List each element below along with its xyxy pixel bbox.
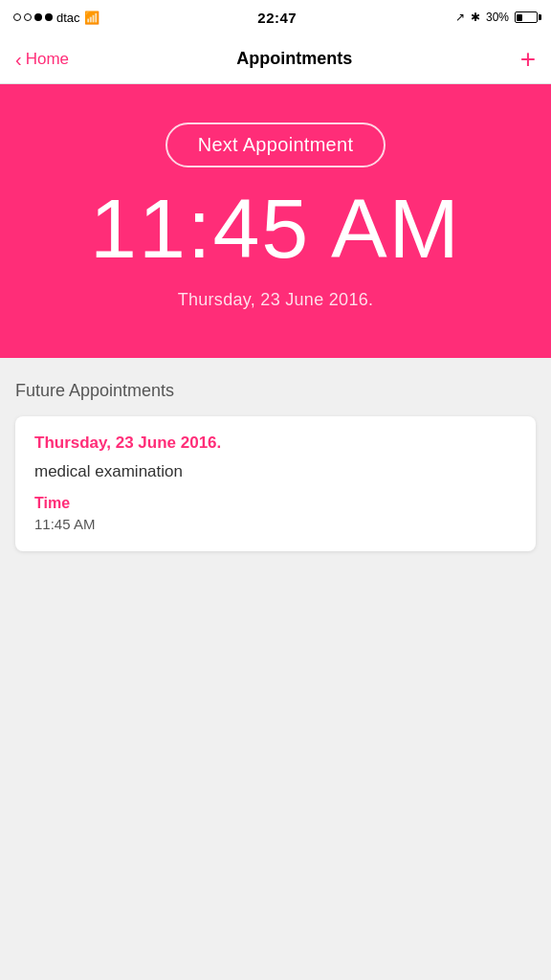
status-left: dtac 📶 [13,11,99,25]
card-time-value: 11:45 AM [34,516,517,532]
card-date: Thursday, 23 June 2016. [34,434,517,453]
back-button[interactable]: ‹ Home [15,50,69,69]
appointment-date: Thursday, 23 June 2016. [178,290,374,310]
appointment-card[interactable]: Thursday, 23 June 2016. medical examinat… [15,416,536,551]
dot-3 [34,13,42,21]
page-title: Appointments [236,49,352,69]
badge-label: Next Appointment [198,134,354,155]
section-title: Future Appointments [15,381,536,401]
dot-4 [45,13,53,21]
battery-fill [517,14,522,21]
battery-body [515,11,538,23]
chevron-left-icon: ‹ [15,50,22,69]
status-bar: dtac 📶 22:47 ↗ ✱ 30% [0,0,551,34]
appointment-time: 11:45 AM [90,187,461,271]
back-label: Home [26,50,69,69]
status-right: ↗ ✱ 30% [455,11,538,24]
battery-icon [515,11,538,23]
signal-dots [13,13,53,21]
carrier-name: dtac [56,11,80,25]
card-time-label: Time [34,495,517,512]
dot-1 [13,13,21,21]
battery-percent: 30% [486,11,509,24]
add-appointment-button[interactable]: + [520,46,536,73]
direction-icon: ↗ [455,11,465,24]
bluetooth-icon: ✱ [471,11,480,24]
dot-2 [24,13,32,21]
nav-bar: ‹ Home Appointments + [0,34,551,84]
wifi-icon: 📶 [84,11,99,25]
status-time: 22:47 [257,10,297,26]
hero-section: Next Appointment 11:45 AM Thursday, 23 J… [0,84,551,358]
card-title: medical examination [34,462,517,481]
next-appointment-badge: Next Appointment [165,122,386,167]
content-area: Future Appointments Thursday, 23 June 20… [0,358,551,894]
